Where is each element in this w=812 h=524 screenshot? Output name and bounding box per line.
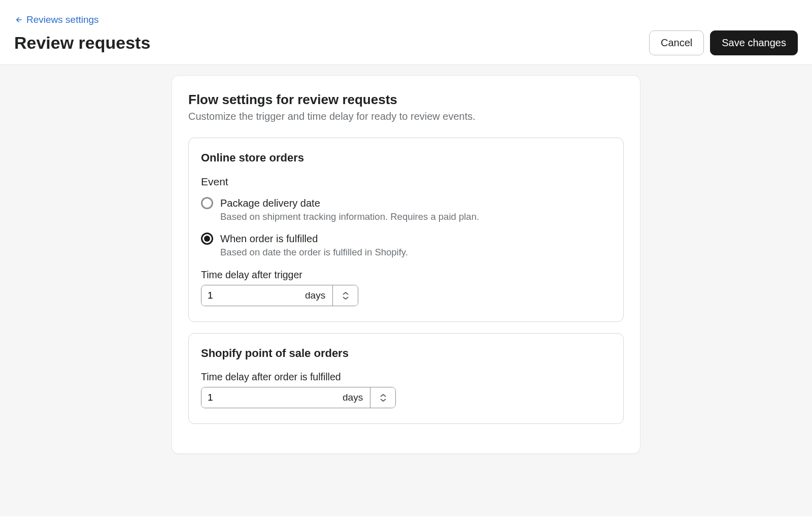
- online-delay-label: Time delay after trigger: [201, 269, 611, 281]
- card-subtitle: Customize the trigger and time delay for…: [188, 111, 624, 122]
- online-delay-input[interactable]: [201, 285, 303, 306]
- pos-delay-field: days: [201, 387, 396, 408]
- page-header: Reviews settings Review requests Cancel …: [0, 0, 812, 65]
- header-row: Review requests Cancel Save changes: [14, 30, 798, 55]
- save-button[interactable]: Save changes: [710, 30, 798, 55]
- cancel-button[interactable]: Cancel: [649, 30, 704, 55]
- online-orders-panel: Online store orders Event Package delive…: [188, 138, 624, 322]
- online-panel-title: Online store orders: [201, 151, 611, 165]
- chevron-down-icon: [343, 296, 349, 300]
- pos-panel-title: Shopify point of sale orders: [201, 347, 611, 360]
- radio-label: When order is fulfilled: [220, 232, 408, 246]
- pos-delay-unit: days: [341, 387, 370, 408]
- quantity-stepper[interactable]: [332, 285, 358, 306]
- pos-delay-label: Time delay after order is fulfilled: [201, 371, 611, 383]
- chevron-up-icon: [380, 394, 386, 398]
- breadcrumb-label: Reviews settings: [26, 14, 99, 25]
- event-label: Event: [201, 176, 611, 188]
- radio-desc: Based on shipment tracking information. …: [220, 211, 479, 222]
- online-delay-field: days: [201, 285, 358, 306]
- page-title: Review requests: [14, 33, 150, 53]
- radio-label: Package delivery date: [220, 196, 479, 210]
- radio-order-fulfilled[interactable]: When order is fulfilled Based on date th…: [201, 232, 611, 258]
- radio-text: When order is fulfilled Based on date th…: [220, 232, 408, 258]
- card-title: Flow settings for review requests: [188, 92, 624, 108]
- chevron-up-icon: [343, 291, 349, 296]
- radio-text: Package delivery date Based on shipment …: [220, 196, 479, 222]
- breadcrumb-back[interactable]: Reviews settings: [14, 14, 99, 25]
- quantity-stepper[interactable]: [370, 387, 395, 408]
- pos-delay-input[interactable]: [201, 387, 341, 408]
- chevron-down-icon: [380, 398, 386, 402]
- pos-orders-panel: Shopify point of sale orders Time delay …: [188, 333, 624, 424]
- radio-package-delivery[interactable]: Package delivery date Based on shipment …: [201, 196, 611, 222]
- radio-input[interactable]: [201, 233, 213, 245]
- online-delay-unit: days: [303, 285, 332, 306]
- radio-desc: Based on date the order is fulfilled in …: [220, 247, 408, 258]
- content-area: Flow settings for review requests Custom…: [0, 65, 812, 516]
- header-actions: Cancel Save changes: [649, 30, 798, 55]
- arrow-left-icon: [14, 16, 22, 24]
- settings-card: Flow settings for review requests Custom…: [172, 75, 640, 454]
- radio-input[interactable]: [201, 197, 213, 209]
